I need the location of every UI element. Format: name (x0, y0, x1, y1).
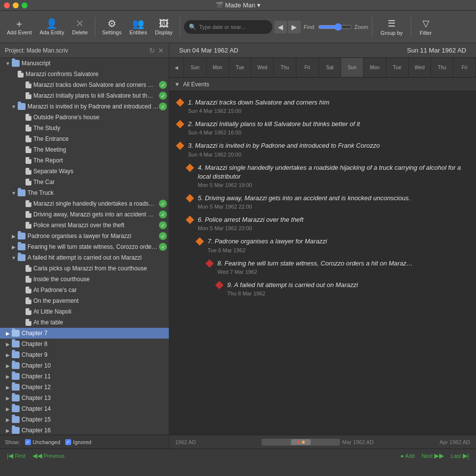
sidebar-item-chapter9[interactable]: ▶ Chapter 9 (0, 349, 169, 360)
find-forward-button[interactable]: ▶ (288, 21, 301, 33)
sidebar-item-outside-padrone[interactable]: Outside Padrone's house (0, 112, 169, 123)
sidebar-item-padrone-lawyer[interactable]: ▶ Padrone organises a lawyer for Marazzi… (0, 231, 169, 241)
event-item-7[interactable]: 7. Padrone organises a lawyer for Marazz… (169, 234, 476, 256)
tl-col-wed1: Wed (251, 58, 274, 77)
date-end: Sun 11 Mar 1962 AD (407, 47, 466, 54)
event-item-2[interactable]: 2. Marazzi Initially plans to kill Salva… (169, 117, 476, 138)
event-diamond-icon (176, 99, 185, 107)
add-entity-button[interactable]: 👤 Ada Entity (37, 14, 67, 40)
sidebar-item-the-meeting[interactable]: The Meeting (0, 144, 169, 155)
sidebar-item-chapter15[interactable]: ▶ Chapter 15 (0, 414, 169, 425)
sidebar-item-the-report[interactable]: The Report (0, 155, 169, 166)
tl-col-thu1: Thu (274, 58, 296, 77)
unchanged-checkbox-group[interactable]: ✓ Unchanged (25, 439, 60, 445)
sidebar-item-marazzi-confronts[interactable]: Marazzi confronts Salvatore (0, 69, 169, 79)
sidebar-item-separate-ways[interactable]: Separate Ways (0, 166, 169, 177)
check-badge: ✓ (159, 81, 167, 89)
next-button[interactable]: Next ▶▶ (420, 451, 446, 460)
minimap-indicator[interactable] (291, 439, 311, 445)
display-button[interactable]: 🖼 Display (152, 14, 176, 40)
file-icon (26, 168, 31, 175)
add-button[interactable]: ● Add (398, 452, 417, 460)
all-events-header[interactable]: ▼ All Events (169, 78, 476, 91)
timeline-label-right: Apr 1962 AD (440, 439, 470, 445)
toolbar-separator-4 (411, 17, 411, 37)
expand-truck[interactable]: ▼ (10, 189, 18, 197)
timeline-minimap[interactable]: Mar 1962 AD (262, 439, 373, 446)
groupby-button[interactable]: ☰ Group by (376, 14, 406, 40)
sidebar-item-fearing-witness[interactable]: ▶ Fearing he will turn state witness, Co… (0, 241, 169, 252)
search-bar[interactable]: 🔍 Type date or sear… (184, 20, 272, 34)
event-item-6[interactable]: 6. Police arrest Marazzi over the theft … (169, 212, 476, 234)
delete-button[interactable]: ✕ Delete (69, 14, 91, 40)
add-event-button[interactable]: ＋ Add Event (4, 14, 35, 40)
sidebar-item-chapter14[interactable]: ▶ Chapter 14 (0, 403, 169, 414)
sidebar-item-at-the-table[interactable]: At the table (0, 317, 169, 328)
sidebar-item-the-entrance[interactable]: The Entrance (0, 133, 169, 144)
event-item-9[interactable]: 9. A failed hit attempt is carried out o… (169, 278, 476, 299)
refresh-icon[interactable]: ↻ (149, 47, 155, 54)
sidebar-item-chapter13[interactable]: ▶ Chapter 13 (0, 393, 169, 403)
check-badge: ✓ (159, 103, 167, 110)
event-item-1[interactable]: 1. Marazzi tracks down Salvatore and cor… (169, 95, 476, 117)
zoom-slider[interactable] (318, 23, 352, 31)
manuscript-folder-icon (12, 60, 20, 67)
close-button[interactable] (4, 2, 10, 8)
sidebar-item-on-pavement[interactable]: On the pavement (0, 295, 169, 306)
sidebar-item-carla-picks[interactable]: Carla picks up Marazzi from the courthou… (0, 263, 169, 274)
sidebar-item-manuscript[interactable]: ▼ Manuscript (0, 58, 169, 69)
event-item-8[interactable]: 8. Fearing he will turn state witness, C… (169, 256, 476, 278)
sidebar-item-chapter16[interactable]: ▶ Chapter 16 (0, 425, 169, 435)
sidebar-item-tracks-down[interactable]: Marazzi tracks down Salvatore and corner… (0, 79, 169, 90)
sidebar-item-the-car[interactable]: The Car (0, 177, 169, 187)
sidebar-item-marazzi-single[interactable]: Marazzi single handedly undertakes a roa… (0, 198, 169, 209)
sidebar-item-chapter12[interactable]: ▶ Chapter 12 (0, 382, 169, 393)
file-icon (26, 265, 31, 272)
event-item-3[interactable]: 3. Marazzi is invited in by Padrone and … (169, 138, 476, 160)
sidebar-item-the-truck[interactable]: ▼ The Truck (0, 187, 169, 198)
filter-button[interactable]: ▽ Filter (415, 14, 437, 40)
sidebar-item-failed-hit[interactable]: ▼ A failed hit attempt is carried out on… (0, 252, 169, 263)
sidebar-item-chapter10[interactable]: ▶ Chapter 10 (0, 360, 169, 371)
ignored-checkbox-group[interactable]: ✓ Ignored (65, 439, 91, 445)
sidebar-item-chapter7[interactable]: ▶ Chapter 7 (0, 328, 169, 339)
expand-manuscript[interactable]: ▼ (4, 59, 12, 67)
all-events-label: All Events (183, 81, 209, 88)
minimap-bar[interactable] (262, 439, 340, 446)
expand-fearing[interactable]: ▶ (10, 243, 18, 251)
sidebar-item-driving-away[interactable]: Driving away, Marazzi gets into an accid… (0, 209, 169, 220)
events-list: 1. Marazzi tracks down Salvatore and cor… (169, 91, 476, 435)
timeline-label-center: Mar 1962 AD (342, 439, 373, 445)
event-item-4[interactable]: 4. Marazzi single handedly undertakes a … (169, 160, 476, 191)
collapse-arrow-icon[interactable]: ▼ (174, 81, 180, 88)
sidebar-item-the-study[interactable]: The Study (0, 123, 169, 133)
sidebar-header-icons: ↻ ✕ (149, 47, 164, 54)
last-button[interactable]: Last ▶| (449, 451, 471, 460)
sidebar-item-initially-plans[interactable]: Marazzi Initially plans to kill Salvator… (0, 90, 169, 101)
sidebar-item-marazzi-invited[interactable]: ▼ Marazzi is invited in by Padrone and i… (0, 101, 169, 112)
sidebar-item-at-padrones-car[interactable]: At Padrone's car (0, 285, 169, 295)
settings-button[interactable]: ⚙ Settings (99, 14, 125, 40)
event-diamond-icon (186, 216, 194, 224)
maximize-button[interactable] (22, 2, 27, 8)
sidebar-item-police-arrest[interactable]: Police arrest Marazzi over the theft ✓ (0, 220, 169, 231)
minimize-button[interactable] (13, 2, 19, 8)
first-button[interactable]: |◀ First (5, 451, 27, 460)
sidebar-item-at-little-napoli[interactable]: At Little Napoli (0, 306, 169, 317)
expand-padrone[interactable]: ▶ (10, 232, 18, 240)
find-back-button[interactable]: ◀ (274, 21, 287, 33)
sidebar-item-chapter11[interactable]: ▶ Chapter 11 (0, 371, 169, 382)
expand-invited[interactable]: ▼ (10, 103, 18, 110)
event-item-5[interactable]: 5. Driving away, Marazzi gets into an ac… (169, 191, 476, 212)
sidebar-item-inside-courthouse[interactable]: Inside the courthouse (0, 274, 169, 285)
unchanged-checkbox[interactable]: ✓ (25, 439, 31, 445)
sidebar-item-chapter8[interactable]: ▶ Chapter 8 (0, 339, 169, 349)
previous-button[interactable]: ◀◀ Previous (30, 451, 67, 460)
tl-col-wed2: Wed (409, 58, 431, 77)
expand-failed-hit[interactable]: ▼ (10, 254, 18, 262)
close-sidebar-icon[interactable]: ✕ (158, 47, 164, 54)
entities-button[interactable]: 👥 Entities (127, 14, 150, 40)
toolbar-separator-3 (372, 17, 372, 37)
ignored-checkbox[interactable]: ✓ (65, 439, 71, 445)
expand-chapter7[interactable]: ▶ (4, 329, 12, 337)
